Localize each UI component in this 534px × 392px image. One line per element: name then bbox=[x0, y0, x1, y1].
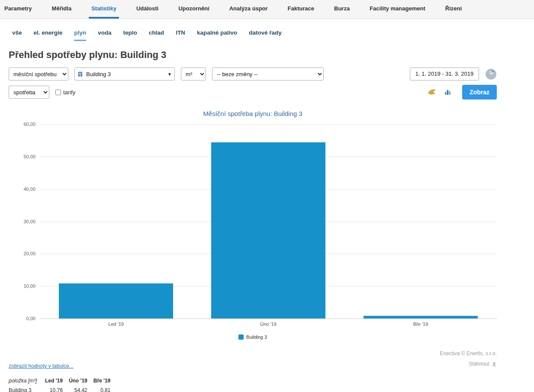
y-tick-label: 0,00 bbox=[26, 316, 35, 321]
gridline bbox=[40, 124, 497, 125]
bar--no-19[interactable] bbox=[211, 142, 325, 318]
table-header-uno: Úno '19 bbox=[69, 376, 93, 386]
main-content: Přehled spotřeby plynu: Building 3 měsíč… bbox=[0, 41, 534, 392]
page-title: Přehled spotřeby plynu: Building 3 bbox=[9, 49, 497, 61]
unit-select[interactable]: m³ bbox=[181, 67, 206, 80]
legend-label: Building 3 bbox=[246, 334, 267, 340]
table-header-polozka: položka [m³] bbox=[9, 376, 45, 386]
download-icon bbox=[492, 361, 497, 366]
bottom-row: zobrazit hodnoty v tabulce... Enectiva ©… bbox=[9, 348, 497, 369]
tab-datove-rady[interactable]: datové řady bbox=[249, 29, 282, 41]
chart-plot-area: m³ 0,0010,0020,0030,0040,0050,0060,00 bbox=[40, 124, 497, 319]
values-table-header-row: položka [m³] Led '19 Úno '19 Bře '19 bbox=[9, 376, 116, 386]
dropdown-arrow-icon: ▼ bbox=[167, 72, 172, 77]
bar-b-e-19[interactable] bbox=[364, 316, 478, 318]
nav-item-upozorneni[interactable]: Upozornění bbox=[176, 0, 212, 19]
tab-itn[interactable]: ITN bbox=[176, 29, 185, 41]
building-select[interactable]: Building 3 ▼ bbox=[74, 67, 175, 80]
controls-row-2: spotřeba tarify Zobraz bbox=[9, 85, 497, 100]
nav-item-fakturace[interactable]: Fakturace bbox=[285, 0, 317, 19]
table-header-led: Led '19 bbox=[45, 376, 69, 386]
top-navigation: Parametry Měřidla Statistiky Události Up… bbox=[0, 0, 534, 19]
clock-icon[interactable] bbox=[485, 68, 497, 80]
building-icon bbox=[77, 71, 83, 77]
nav-item-rizeni[interactable]: Řízení bbox=[443, 0, 464, 19]
table-header-bre: Bře '19 bbox=[93, 376, 117, 386]
x-tick-label: Bře '19 bbox=[344, 321, 497, 327]
table-cell-led-value: 10,76 bbox=[45, 386, 69, 392]
column-chart-icon[interactable] bbox=[444, 89, 451, 95]
highlight-icon[interactable] bbox=[428, 89, 436, 95]
y-tick-label: 60,00 bbox=[23, 122, 35, 127]
tarify-checkbox[interactable] bbox=[55, 90, 61, 95]
building-select-value: Building 3 bbox=[86, 71, 164, 77]
credits: Enectiva © Enerfis, s.r.o. Stáhnout bbox=[440, 348, 497, 369]
legend-swatch bbox=[238, 334, 244, 340]
consumption-chart: Měsíční spotřeba plynu: Building 3 m³ 0,… bbox=[9, 110, 497, 340]
nav-item-burza[interactable]: Burza bbox=[331, 0, 352, 19]
download-label: Stáhnout bbox=[469, 359, 489, 369]
y-axis: m³ 0,0010,0020,0030,0040,0050,0060,00 bbox=[9, 124, 37, 318]
nav-item-meridla[interactable]: Měřidla bbox=[49, 0, 74, 19]
tarify-label: tarify bbox=[63, 89, 75, 96]
tab-chlad[interactable]: chlad bbox=[149, 29, 164, 41]
x-axis: Led '19Úno '19Bře '19 bbox=[40, 319, 497, 328]
tab-voda[interactable]: voda bbox=[98, 29, 112, 41]
table-cell-bre-value: 0,81 bbox=[93, 386, 117, 392]
controls-row-1: měsíční spotřebu Building 3 ▼ m³ -- beze… bbox=[9, 67, 497, 80]
metric-select[interactable]: spotřeba bbox=[9, 86, 49, 99]
tab-kapalne-palivo[interactable]: kapalné palivo bbox=[197, 29, 237, 41]
tab-el-energie[interactable]: el. energie bbox=[34, 29, 63, 41]
date-range-input[interactable]: 1. 1. 2019 - 31. 3. 2019 bbox=[410, 67, 479, 80]
show-values-table-link[interactable]: zobrazit hodnoty v tabulce... bbox=[9, 363, 73, 369]
nav-item-udalosti[interactable]: Události bbox=[134, 0, 161, 19]
values-table: položka [m³] Led '19 Úno '19 Bře '19 Bui… bbox=[9, 376, 116, 392]
download-link[interactable]: Stáhnout bbox=[469, 359, 497, 369]
copyright-text: Enectiva © Enerfis, s.r.o. bbox=[440, 348, 497, 359]
nav-item-parametry[interactable]: Parametry bbox=[2, 0, 35, 19]
table-cell-building: Building 3 bbox=[9, 386, 45, 392]
change-select[interactable]: -- beze změny -- bbox=[212, 67, 324, 80]
nav-item-facility-management[interactable]: Facility management bbox=[367, 0, 428, 19]
chart-title: Měsíční spotřeba plynu: Building 3 bbox=[9, 110, 497, 117]
y-tick-label: 10,00 bbox=[23, 283, 35, 289]
nav-item-analyza-uspor[interactable]: Analýza úspor bbox=[227, 0, 270, 19]
period-select[interactable]: měsíční spotřebu bbox=[9, 67, 68, 80]
table-row: Building 3 10,76 54,42 0,81 bbox=[9, 386, 116, 392]
tab-teplo[interactable]: teplo bbox=[123, 29, 137, 41]
tab-vse[interactable]: vše bbox=[12, 29, 22, 41]
table-cell-uno-value: 54,42 bbox=[69, 386, 93, 392]
tarify-checkbox-label[interactable]: tarify bbox=[55, 89, 75, 96]
y-tick-label: 20,00 bbox=[23, 251, 35, 256]
zobraz-button[interactable]: Zobraz bbox=[462, 85, 497, 100]
y-tick-label: 30,00 bbox=[23, 219, 35, 224]
nav-item-statistiky[interactable]: Statistiky bbox=[89, 0, 119, 19]
chart-legend[interactable]: Building 3 bbox=[9, 334, 497, 340]
y-tick-label: 40,00 bbox=[23, 186, 35, 192]
y-tick-label: 50,00 bbox=[23, 154, 35, 159]
energy-type-tabs: vše el. energie plyn voda teplo chlad IT… bbox=[0, 19, 534, 41]
bar-led-19[interactable] bbox=[59, 283, 173, 318]
x-tick-label: Úno '19 bbox=[192, 321, 344, 327]
tab-plyn[interactable]: plyn bbox=[74, 29, 86, 41]
x-tick-label: Led '19 bbox=[40, 321, 192, 327]
